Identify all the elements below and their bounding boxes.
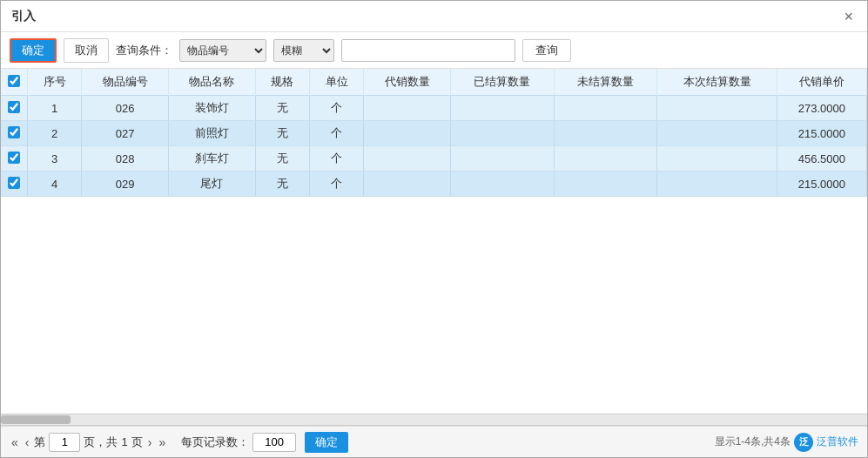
- page-of-label: 页，共: [84, 434, 118, 450]
- header-settled-qty: 已结算数量: [451, 69, 555, 96]
- cell-unit-price: 215.0000: [777, 121, 866, 146]
- brand-logo: 泛: [794, 433, 813, 452]
- toolbar: 确定 取消 查询条件： 物品编号 物品名称 规格 模糊 精确 查询: [1, 32, 867, 69]
- cell-settled-qty: [451, 121, 555, 146]
- field-select[interactable]: 物品编号 物品名称 规格: [179, 39, 266, 62]
- scrollbar-thumb[interactable]: [1, 415, 71, 424]
- total-pages-label: 1: [121, 435, 127, 448]
- cell-unsettled-qty: [554, 121, 657, 146]
- table-header-row: 序号 物品编号 物品名称 规格 单位 代销数量 已结算数量 未结算数量 本次结算…: [1, 69, 867, 96]
- header-seq: 序号: [28, 69, 82, 96]
- import-dialog: 引入 × 确定 取消 查询条件： 物品编号 物品名称 规格 模糊 精确 查询: [0, 0, 868, 458]
- header-unit: 单位: [310, 69, 364, 96]
- table-body: 1 026 装饰灯 无 个 273.0000 2 027 前照灯 无 个 215…: [1, 96, 867, 197]
- header-this-qty: 本次结算数量: [657, 69, 777, 96]
- pages-suffix-label: 页: [131, 434, 143, 450]
- cell-settled-qty: [451, 146, 555, 172]
- cell-seq: 1: [28, 96, 82, 121]
- search-input[interactable]: [341, 39, 515, 62]
- cell-seq: 4: [28, 172, 82, 197]
- current-page-input[interactable]: [49, 433, 80, 452]
- next-page-button[interactable]: ›: [146, 435, 154, 449]
- cell-code: 029: [82, 172, 169, 197]
- cell-settled-qty: [451, 172, 555, 197]
- header-code: 物品编号: [82, 69, 169, 96]
- footer-bar: « ‹ 第 页，共 1 页 › » 每页记录数： 确定 显示1-4条,共4条 泛…: [1, 426, 867, 457]
- cell-this-qty: [657, 172, 777, 197]
- data-table: 序号 物品编号 物品名称 规格 单位 代销数量 已结算数量 未结算数量 本次结算…: [1, 69, 867, 197]
- dialog-title: 引入: [11, 9, 36, 24]
- confirm-button[interactable]: 确定: [10, 38, 57, 63]
- per-page-input[interactable]: [252, 433, 296, 452]
- table-row: 1 026 装饰灯 无 个 273.0000: [1, 96, 867, 121]
- cell-consign-qty: [364, 146, 451, 172]
- prev-page-button[interactable]: ‹: [24, 435, 31, 449]
- cell-name: 尾灯: [169, 172, 256, 197]
- cell-spec: 无: [255, 121, 309, 146]
- type-select[interactable]: 模糊 精确: [273, 39, 334, 62]
- cell-settled-qty: [451, 96, 555, 121]
- row-checkbox-cell[interactable]: [1, 172, 28, 197]
- close-button[interactable]: ×: [840, 9, 857, 24]
- last-page-button[interactable]: »: [157, 435, 167, 449]
- search-button[interactable]: 查询: [522, 39, 571, 62]
- title-bar: 引入 ×: [1, 1, 867, 32]
- select-all-checkbox[interactable]: [8, 75, 20, 87]
- cell-this-qty: [657, 96, 777, 121]
- header-consign-qty: 代销数量: [364, 69, 451, 96]
- row-checkbox-3[interactable]: [8, 177, 20, 189]
- cell-unit: 个: [310, 121, 364, 146]
- cell-this-qty: [657, 121, 777, 146]
- horizontal-scrollbar[interactable]: [1, 414, 867, 426]
- cell-consign-qty: [364, 172, 451, 197]
- row-checkbox-cell[interactable]: [1, 121, 28, 146]
- first-page-button[interactable]: «: [10, 435, 20, 449]
- cell-code: 028: [82, 146, 169, 172]
- cell-unit: 个: [310, 96, 364, 121]
- brand-area: 显示1-4条,共4条 泛 泛普软件: [706, 433, 858, 452]
- cell-unsettled-qty: [554, 96, 657, 121]
- table-row: 2 027 前照灯 无 个 215.0000: [1, 121, 867, 146]
- cell-spec: 无: [255, 146, 309, 172]
- pagination: « ‹ 第 页，共 1 页 › » 每页记录数： 确定: [10, 432, 348, 453]
- page-prefix-label: 第: [34, 434, 45, 450]
- row-checkbox-2[interactable]: [8, 152, 20, 164]
- cell-unit-price: 215.0000: [777, 172, 866, 197]
- header-spec: 规格: [255, 69, 309, 96]
- row-checkbox-0[interactable]: [8, 101, 20, 113]
- row-checkbox-1[interactable]: [8, 126, 20, 138]
- cell-unsettled-qty: [554, 172, 657, 197]
- brand-logo-text: 泛: [799, 435, 809, 448]
- cell-unit-price: 273.0000: [777, 96, 866, 121]
- table-row: 3 028 刹车灯 无 个 456.5000: [1, 146, 867, 172]
- status-text: 显示1-4条,共4条: [715, 434, 791, 449]
- per-page-label: 每页记录数：: [181, 434, 249, 450]
- cell-name: 前照灯: [169, 121, 256, 146]
- header-unit-price: 代销单价: [777, 69, 866, 96]
- header-checkbox-cell[interactable]: [1, 69, 28, 96]
- cell-consign-qty: [364, 96, 451, 121]
- cell-seq: 2: [28, 121, 82, 146]
- cell-this-qty: [657, 146, 777, 172]
- cell-spec: 无: [255, 172, 309, 197]
- pagination-confirm-button[interactable]: 确定: [305, 432, 348, 453]
- cell-spec: 无: [255, 96, 309, 121]
- cell-name: 刹车灯: [169, 146, 256, 172]
- row-checkbox-cell[interactable]: [1, 146, 28, 172]
- table-area: 序号 物品编号 物品名称 规格 单位 代销数量 已结算数量 未结算数量 本次结算…: [1, 69, 867, 414]
- cell-unit-price: 456.5000: [777, 146, 866, 172]
- cell-unit: 个: [310, 172, 364, 197]
- cell-unit: 个: [310, 146, 364, 172]
- cell-code: 026: [82, 96, 169, 121]
- table-row: 4 029 尾灯 无 个 215.0000: [1, 172, 867, 197]
- cancel-button[interactable]: 取消: [64, 38, 109, 63]
- query-condition-label: 查询条件：: [116, 43, 172, 58]
- cell-code: 027: [82, 121, 169, 146]
- cell-unsettled-qty: [554, 146, 657, 172]
- brand-name: 泛普软件: [817, 434, 858, 449]
- cell-consign-qty: [364, 121, 451, 146]
- row-checkbox-cell[interactable]: [1, 96, 28, 121]
- cell-seq: 3: [28, 146, 82, 172]
- cell-name: 装饰灯: [169, 96, 256, 121]
- header-unsettled-qty: 未结算数量: [554, 69, 657, 96]
